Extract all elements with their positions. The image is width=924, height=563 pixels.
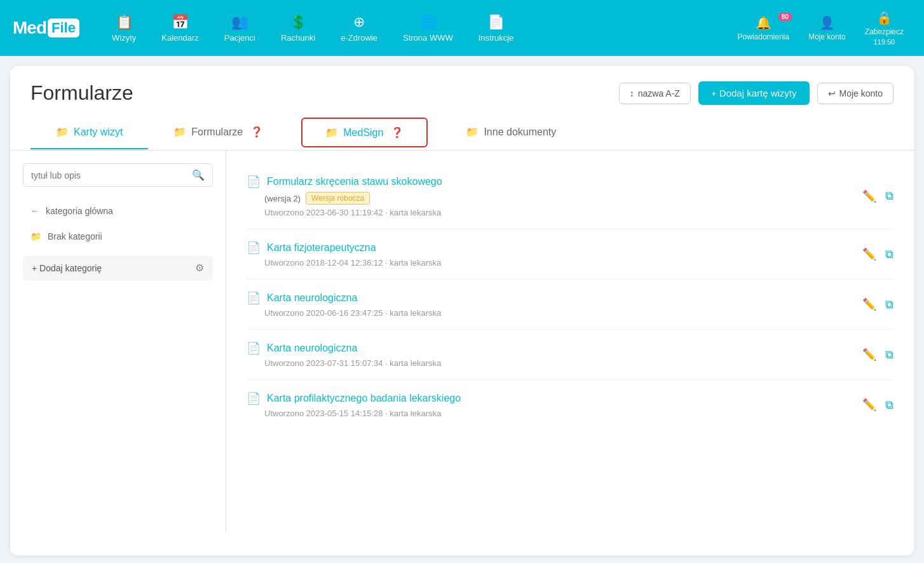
help-icon-medsign[interactable]: ❓	[391, 126, 404, 139]
my-account-button[interactable]: ↩ Moje konto	[817, 83, 893, 104]
copy-icon[interactable]: ⧉	[885, 348, 893, 362]
form-meta: Utworzono 2020-06-16 23:47:25 · karta le…	[247, 308, 441, 318]
tab-medsign[interactable]: 📁 MedSign ❓	[301, 118, 428, 147]
content-area: 📄 Formularz skręcenia stawu skokowego (w…	[226, 151, 914, 532]
nav-wizyty[interactable]: 📋 Wizyty	[102, 9, 146, 48]
strona-www-label: Strona WWW	[403, 33, 453, 43]
pacjenci-label: Pacjenci	[224, 33, 255, 43]
form-title[interactable]: Karta neurologiczna	[267, 343, 357, 354]
ezdrowie-label: e-Zdrowie	[341, 33, 377, 43]
nav-strona-www[interactable]: 🌐 Strona WWW	[393, 9, 463, 48]
help-icon-formularze[interactable]: ❓	[250, 126, 263, 138]
copy-icon[interactable]: ⧉	[885, 298, 893, 311]
edit-icon[interactable]: ✏️	[862, 189, 876, 203]
logo-file: File	[48, 18, 79, 37]
sort-icon: ↕	[630, 88, 634, 98]
lock-icon: 🔒	[876, 10, 892, 25]
gear-icon[interactable]: ⚙	[195, 262, 204, 274]
copy-icon[interactable]: ⧉	[885, 189, 893, 203]
powiadomienia-btn[interactable]: 🔔 80 Powiadomienia	[730, 11, 797, 45]
ezdrowie-icon: ⊕	[353, 14, 365, 31]
form-item-left: 📄 Karta fizjoterapeutyczna Utworzono 201…	[247, 241, 441, 268]
back-arrow-icon: ↩	[828, 88, 836, 98]
zabezpiecz-btn[interactable]: 🔒 Zabezpiecz 119:50	[857, 6, 911, 50]
instrukcje-label: Instrukcje	[479, 33, 514, 43]
nav-pacjenci[interactable]: 👥 Pacjenci	[214, 9, 266, 48]
form-meta: Utworzono 2023-05-15 14:15:28 · karta le…	[247, 409, 461, 418]
form-title-row: 📄 Karta neurologiczna	[247, 291, 441, 305]
folder-icon-karty: 📁	[56, 126, 69, 138]
form-actions: ✏️ ⧉	[862, 189, 893, 203]
copy-icon[interactable]: ⧉	[885, 248, 893, 261]
folder-icon-sidebar: 📁	[31, 231, 41, 241]
moje-konto-btn[interactable]: 👤 Moje konto	[801, 11, 853, 45]
sidebar-back-item[interactable]: ← kategoria główna	[23, 200, 213, 222]
logo[interactable]: Med File	[13, 18, 83, 38]
document-icon: 📄	[247, 241, 261, 255]
moje-konto-label: Moje konto	[808, 32, 846, 41]
kalendarz-icon: 📅	[172, 14, 189, 31]
form-title[interactable]: Karta fizjoterapeutyczna	[267, 242, 376, 254]
form-item-left: 📄 Karta profilaktycznego badania lekarsk…	[247, 391, 461, 418]
notification-badge: 80	[778, 13, 792, 21]
logo-med: Med	[13, 18, 46, 38]
sort-label: nazwa A-Z	[638, 88, 680, 98]
nav-rachunki[interactable]: 💲 Rachunki	[271, 9, 325, 48]
form-meta: Utworzono 2023-06-30 11:19:42 · karta le…	[247, 208, 442, 217]
edit-icon[interactable]: ✏️	[862, 348, 876, 362]
form-item: 📄 Formularz skręcenia stawu skokowego (w…	[247, 163, 893, 229]
form-actions: ✏️ ⧉	[862, 398, 893, 412]
sidebar: 🔍 ← kategoria główna 📁 Brak kategorii + …	[10, 151, 226, 532]
nav-instrukcje[interactable]: 📄 Instrukcje	[468, 9, 524, 48]
edit-icon[interactable]: ✏️	[862, 297, 876, 311]
form-item: 📄 Karta fizjoterapeutyczna Utworzono 201…	[247, 229, 893, 280]
edit-icon[interactable]: ✏️	[862, 247, 876, 261]
tab-medsign-label: MedSign	[343, 127, 383, 139]
version-row: (wersja 2) Wersja robocza	[247, 192, 442, 205]
nav-ezdrowie[interactable]: ⊕ e-Zdrowie	[330, 9, 388, 48]
document-icon: 📄	[247, 341, 261, 355]
document-icon: 📄	[247, 391, 261, 405]
kalendarz-label: Kalendarz	[161, 33, 199, 43]
form-title-row: 📄 Karta neurologiczna	[247, 341, 441, 355]
tab-inne-dokumenty[interactable]: 📁 Inne dokumenty	[440, 116, 581, 149]
tab-formularze[interactable]: 📁 Formularze ❓	[148, 116, 289, 149]
add-card-button[interactable]: + Dodaj kartę wizyty	[698, 81, 810, 105]
form-title[interactable]: Formularz skręcenia stawu skokowego	[267, 176, 442, 187]
form-item: 📄 Karta neurologiczna Utworzono 2020-06-…	[247, 280, 893, 330]
sidebar-no-category[interactable]: 📁 Brak kategorii	[23, 225, 213, 248]
zabezpiecz-label: Zabezpiecz	[865, 27, 904, 36]
sort-button[interactable]: ↕ nazwa A-Z	[619, 83, 691, 104]
form-item-left: 📄 Karta neurologiczna Utworzono 2023-07-…	[247, 341, 441, 368]
search-icon[interactable]: 🔍	[192, 169, 205, 181]
main-nav: 📋 Wizyty 📅 Kalendarz 👥 Pacjenci 💲 Rachun…	[102, 9, 730, 48]
version-text: (wersja 2)	[264, 194, 301, 203]
form-title-row: 📄 Karta fizjoterapeutyczna	[247, 241, 441, 255]
wizyty-icon: 📋	[116, 14, 133, 31]
search-input[interactable]	[31, 170, 187, 180]
bell-icon: 🔔	[756, 15, 771, 31]
add-category-button[interactable]: + Dodaj kategorię ⚙	[23, 255, 213, 280]
nav-kalendarz[interactable]: 📅 Kalendarz	[151, 9, 209, 48]
form-title[interactable]: Karta profilaktycznego badania lekarskie…	[267, 393, 461, 404]
folder-icon-formularze: 📁	[173, 126, 186, 138]
pacjenci-icon: 👥	[231, 14, 248, 31]
form-meta: Utworzono 2023-07-31 15:07:34 · karta le…	[247, 358, 441, 368]
document-icon: 📄	[247, 291, 261, 305]
form-item-left: 📄 Karta neurologiczna Utworzono 2020-06-…	[247, 291, 441, 318]
form-actions: ✏️ ⧉	[862, 297, 893, 311]
tab-karty-wizyt[interactable]: 📁 Karty wizyt	[31, 116, 148, 149]
draft-badge: Wersja robocza	[306, 192, 370, 205]
tabs-row: 📁 Karty wizyt 📁 Formularze ❓ 📁 MedSign ❓…	[10, 115, 914, 151]
tab-formularze-label: Formularze	[191, 126, 243, 138]
form-title[interactable]: Karta neurologiczna	[267, 292, 357, 304]
copy-icon[interactable]: ⧉	[885, 398, 893, 412]
page-header: Formularze ↕ nazwa A-Z + Dodaj kartę wiz…	[10, 66, 914, 115]
edit-icon[interactable]: ✏️	[862, 398, 876, 412]
wizyty-label: Wizyty	[112, 33, 136, 43]
folder-icon-inne: 📁	[466, 126, 479, 138]
tab-inne-label: Inne dokumenty	[484, 126, 556, 138]
time-display: 119:50	[873, 38, 895, 46]
sidebar-back-label: kategoria główna	[46, 206, 113, 216]
strona-www-icon: 🌐	[419, 14, 437, 31]
